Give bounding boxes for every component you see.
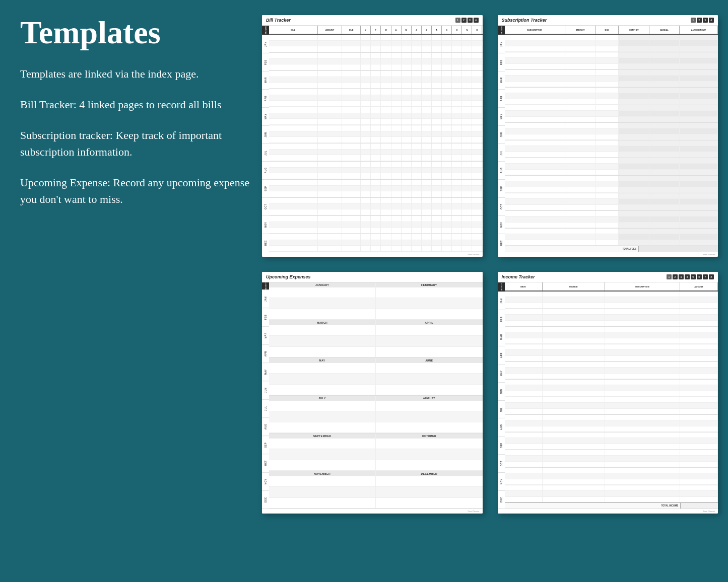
up-line	[376, 374, 482, 384]
sub-month-dec: DEC	[498, 234, 505, 252]
data-row	[269, 191, 483, 197]
data-row	[269, 162, 483, 168]
bill-tracker-grid: BILL AMOUNT DUE J F M A M J J A S O N	[269, 26, 483, 252]
month-jun: JUN	[262, 125, 269, 143]
up-col-jul: JULY	[269, 396, 376, 433]
sub-month-nov: NOV	[498, 215, 505, 234]
sub-row	[505, 164, 718, 169]
inc-row	[505, 456, 718, 461]
up-month-mar: MAR	[262, 326, 269, 344]
sub-group-apr	[505, 88, 718, 105]
inc-row	[505, 403, 718, 408]
sub-row	[505, 128, 718, 134]
up-col-jun: JUNE	[376, 358, 482, 395]
inc-month-may: MAY	[498, 364, 505, 382]
income-total-row: TOTAL INCOME	[505, 502, 718, 508]
month-group-dec	[269, 234, 483, 252]
upcoming-main-grid: JANUARY FEBRUARY	[269, 282, 483, 508]
sub-col-monthly: MONTHLY	[619, 26, 649, 34]
sub-group-jun	[505, 123, 718, 140]
sub-row	[505, 211, 718, 216]
up-line	[269, 298, 375, 309]
income-footer-text: Free Planner	[703, 510, 715, 513]
sub-total-row: TOTAL FEES	[505, 246, 718, 252]
sub-footer-text: Free Planner	[703, 253, 715, 256]
sub-row	[505, 76, 718, 81]
inc-group-nov	[505, 468, 718, 485]
inc-group-jun	[505, 380, 718, 397]
up-pair-mar-apr: MARCH APRIL	[269, 320, 483, 358]
sub-month-may: MAY	[498, 107, 505, 125]
up-col-oct: OCTOBER	[376, 433, 482, 471]
up-lines-aug	[376, 401, 482, 433]
up-month-aug: AUG	[262, 417, 269, 435]
up-pair-jan-feb: JANUARY FEBRUARY	[269, 282, 483, 320]
up-line	[269, 476, 375, 487]
up-col-apr: APRIL	[376, 320, 482, 357]
sub-total-label: TOTAL FEES	[505, 246, 639, 252]
data-row	[269, 35, 483, 41]
sub-month-header: MONTH	[498, 26, 505, 35]
col-a1: A	[391, 26, 402, 34]
income-tracker-inner: Income Tracker 1 2 3 4 5 6 7 8 MONTH JAN…	[498, 272, 718, 514]
data-row	[269, 41, 483, 47]
sub-group-aug	[505, 158, 718, 176]
col-m1: M	[381, 26, 391, 34]
up-line	[269, 374, 375, 384]
inc-page-8: 8	[709, 274, 714, 279]
inc-col-date: DATE	[505, 282, 543, 290]
description-text: Templates are linked via the index page.…	[20, 65, 252, 207]
sub-row	[505, 240, 718, 246]
upcoming-expenses-header: Upcoming Expenses	[262, 272, 483, 282]
col-m2: M	[402, 26, 412, 34]
sub-page-3: 3	[703, 18, 708, 23]
inc-page-7: 7	[703, 274, 708, 279]
inc-group-aug	[505, 415, 718, 432]
data-row	[269, 53, 483, 59]
month-group-jan	[269, 35, 483, 53]
sub-group-jan	[505, 35, 718, 52]
month-feb: FEB	[262, 53, 269, 71]
sub-footer: Free Planner	[498, 252, 718, 257]
data-row	[269, 113, 483, 119]
sub-row	[505, 187, 718, 193]
sub-month-apr: APR	[498, 89, 505, 107]
up-line	[376, 449, 482, 460]
income-tracker-body: MONTH JAN FEB MAR APR MAY JUN JUL AUG SE…	[498, 282, 718, 508]
sub-group-sep	[505, 176, 718, 193]
up-col-nov: NOVEMBER	[269, 471, 376, 508]
income-col-headers: DATE SOURCE DESCRIPTION AMOUNT	[505, 282, 718, 292]
month-mar: MAR	[262, 71, 269, 89]
sub-page-4: 4	[709, 18, 714, 23]
sub-row	[505, 146, 718, 152]
income-grid: DATE SOURCE DESCRIPTION AMOUNT	[505, 282, 718, 508]
up-month-sep: SEP	[262, 435, 269, 454]
desc-p2: Bill Tracker: 4 linked pages to record a…	[20, 96, 252, 113]
inc-row	[505, 321, 718, 326]
month-dec: DEC	[262, 234, 269, 252]
up-line	[376, 325, 482, 336]
inc-month-nov: NOV	[498, 472, 505, 490]
sub-month-oct: OCT	[498, 197, 505, 215]
inc-col-desc: DESCRIPTION	[605, 282, 680, 290]
data-row	[269, 59, 483, 65]
up-lines-feb	[376, 287, 482, 320]
sub-month-jan: JAN	[498, 35, 505, 53]
up-line	[269, 498, 375, 508]
income-total-val	[680, 503, 718, 508]
sub-row	[505, 229, 718, 234]
page-num-1: 1	[455, 18, 460, 23]
up-line	[269, 325, 375, 336]
up-label-feb: FEBRUARY	[376, 282, 482, 287]
up-label-aug: AUGUST	[376, 396, 482, 401]
inc-row	[505, 309, 718, 315]
data-row	[269, 119, 483, 125]
subscription-tracker-preview: Subscription Tracker 1 2 3 4 MONTH JAN F…	[498, 15, 718, 257]
sub-col-annual: ANNUAL	[649, 26, 680, 34]
up-line	[376, 287, 482, 298]
sub-row	[505, 216, 718, 222]
inc-row	[505, 327, 718, 332]
desc-p1: Templates are linked via the index page.	[20, 65, 252, 82]
data-row	[269, 198, 483, 204]
data-row	[269, 180, 483, 186]
